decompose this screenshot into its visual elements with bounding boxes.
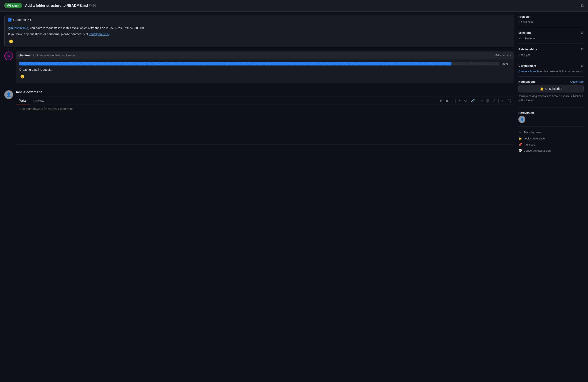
second-comment-actions: Edits ▼ ··· — [495, 54, 511, 57]
second-comment-meta: gitauto-ai 1 minute ago · edited by gita… — [19, 54, 76, 57]
second-comment-username: gitauto-ai — [19, 54, 31, 57]
second-comment-time: 1 minute ago — [33, 54, 49, 57]
second-comment-header: gitauto-ai 1 minute ago · edited by gita… — [16, 52, 514, 59]
toolbar-undo[interactable]: ↩ — [500, 98, 505, 103]
main-layout: Generate PR ··· @hiroshinishio, You have… — [0, 12, 588, 161]
comment-textarea[interactable] — [16, 105, 514, 144]
participants-title: Participants — [518, 111, 534, 114]
convert-to-discussion-link[interactable]: 💬 Convert to discussion — [518, 148, 584, 153]
toolbar-bold[interactable]: B — [444, 98, 449, 103]
user-avatar: 👤 — [4, 90, 13, 99]
sidebar-development-header: Development ⚙ — [518, 64, 584, 68]
progress-bar-track — [19, 62, 500, 65]
open-label: Open — [12, 4, 19, 7]
notifications-title: Notifications — [518, 80, 536, 83]
left-column: Generate PR ··· @hiroshinishio, You have… — [0, 12, 514, 161]
sidebar-projects-header: Projects — [518, 15, 584, 18]
emoji-button-1[interactable]: 🙂 — [8, 39, 14, 44]
pin-issue-link[interactable]: 📌 Pin issue — [518, 142, 584, 147]
creating-pr-text: Creating a pull request... — [19, 67, 510, 72]
checkbox-label: Generate PR — [13, 18, 31, 21]
toolbar-divider-2 — [478, 99, 478, 103]
toolbar-italic[interactable]: I — [450, 98, 454, 103]
toolbar-fullscreen[interactable]: ⛶ — [506, 98, 512, 103]
email-link[interactable]: info@gitauto.ai — [89, 32, 109, 36]
create-branch-link[interactable]: Create a branch — [518, 70, 539, 73]
open-circle-icon — [7, 4, 11, 7]
add-comment-section: 👤 Add a comment Write Preview H B I — [4, 90, 514, 145]
sidebar-milestone-header: Milestone ⚙ — [518, 31, 584, 35]
transfer-icon: → — [518, 130, 522, 134]
no-projects-value: No projects — [518, 20, 533, 23]
top-bar: Open Add a folder structure to README.md… — [0, 0, 588, 12]
editor-tabs: Write Preview H B I ❝ <> 🔗 — [16, 97, 514, 105]
none-yet-value: None yet — [518, 53, 530, 57]
checkbox-checked-icon — [8, 18, 12, 21]
sidebar-notifications-header: Notifications Customize — [518, 80, 584, 83]
unsubscribe-button[interactable]: 🔔 Unsubscribe — [518, 85, 584, 92]
transfer-issue-label: Transfer issue — [524, 131, 542, 134]
emoji-button-2[interactable]: 🙂 — [19, 74, 25, 80]
milestone-title: Milestone — [518, 31, 531, 34]
relationships-title: Relationships — [518, 48, 537, 51]
comment-editor: Write Preview H B I ❝ <> 🔗 — [16, 97, 514, 145]
participant-avatar: 👤 — [518, 116, 525, 123]
progress-bar-fill — [19, 62, 451, 65]
issue-number: #493 — [89, 4, 97, 7]
copy-button[interactable]: ⧉ — [581, 3, 584, 8]
toolbar-task-list[interactable]: ☑ — [491, 98, 497, 103]
customize-button[interactable]: Customize — [570, 80, 584, 83]
development-text: Create a branch for this issue or link a… — [518, 70, 584, 73]
edits-button[interactable]: Edits ▼ — [495, 54, 505, 57]
pin-issue-label: Pin issue — [524, 143, 535, 146]
milestone-gear[interactable]: ⚙ — [581, 31, 584, 35]
issue-title: Add a folder structure to README.md #493 — [25, 4, 97, 8]
toolbar-heading[interactable]: H — [439, 98, 444, 103]
write-tab[interactable]: Write — [16, 97, 30, 105]
unsubscribe-label: Unsubscribe — [545, 87, 562, 90]
sidebar-milestone: Milestone ⚙ No milestone — [518, 27, 584, 44]
progress-label: 90% — [502, 62, 510, 65]
first-comment-text-body: @hiroshinishio, You have 2 requests left… — [4, 26, 514, 47]
editor-toolbar: H B I ❝ <> 🔗 ≡ ☰ ☑ — [437, 97, 514, 104]
toolbar-quote[interactable]: ❝ — [457, 98, 462, 103]
first-comment-options[interactable]: ··· — [33, 18, 37, 22]
second-comment-body: 90% Creating a pull request... 🙂 — [16, 59, 514, 82]
sidebar-notifications: Notifications Customize 🔔 Unsubscribe Yo… — [518, 77, 584, 107]
toolbar-numbered-list[interactable]: ☰ — [485, 98, 490, 103]
toolbar-link[interactable]: 🔗 — [470, 98, 476, 103]
development-gear[interactable]: ⚙ — [581, 64, 584, 68]
add-comment-editor-container: Add a comment Write Preview H B I ❝ — [16, 90, 514, 145]
sidebar-projects: Projects No projects — [518, 12, 584, 27]
sidebar-actions: → Transfer issue 🔒 Lock conversation 📌 P… — [518, 127, 584, 156]
add-comment-row: 👤 Add a comment Write Preview H B I — [4, 90, 514, 145]
lock-conversation-label: Lock conversation — [524, 137, 546, 140]
first-comment-block: Generate PR ··· @hiroshinishio, You have… — [4, 15, 514, 47]
sidebar-participants: Participants 👤 — [518, 107, 584, 127]
pin-icon: 📌 — [518, 143, 522, 146]
mention[interactable]: @hiroshinishio — [8, 26, 28, 30]
second-comment-block: gitauto-ai 1 minute ago · edited by gita… — [16, 52, 514, 83]
sidebar-development: Development ⚙ Create a branch for this i… — [518, 60, 584, 77]
toolbar-code[interactable]: <> — [462, 98, 469, 103]
transfer-issue-link[interactable]: → Transfer issue — [518, 130, 584, 134]
notification-description: You're receiving notifications because y… — [518, 94, 584, 103]
development-title: Development — [518, 64, 536, 67]
sidebar-relationships-header: Relationships ⚙ — [518, 47, 584, 51]
add-comment-title: Add a comment — [16, 90, 514, 94]
participants-list: 👤 — [518, 116, 584, 123]
toolbar-bullet-list[interactable]: ≡ — [480, 98, 484, 103]
first-comment-paragraph: @hiroshinishio, You have 2 requests left… — [8, 26, 510, 30]
lock-icon: 🔒 — [518, 137, 522, 140]
second-comment-container: gitauto-ai 1 minute ago · edited by gita… — [16, 52, 514, 86]
preview-tab[interactable]: Preview — [30, 97, 48, 104]
second-comment-options[interactable]: ··· — [507, 54, 511, 57]
first-comment-paragraph2: If you have any questions or concerns, p… — [8, 32, 510, 37]
lock-conversation-link[interactable]: 🔒 Lock conversation — [518, 136, 584, 141]
connector-line — [8, 48, 9, 52]
no-milestone-value: No milestone — [518, 37, 535, 40]
gitauto-avatar: G — [4, 52, 13, 60]
discussion-icon: 💬 — [518, 149, 522, 152]
second-comment-edited: edited by gitauto-ai — [52, 54, 76, 57]
relationships-gear[interactable]: ⚙ — [581, 47, 584, 51]
